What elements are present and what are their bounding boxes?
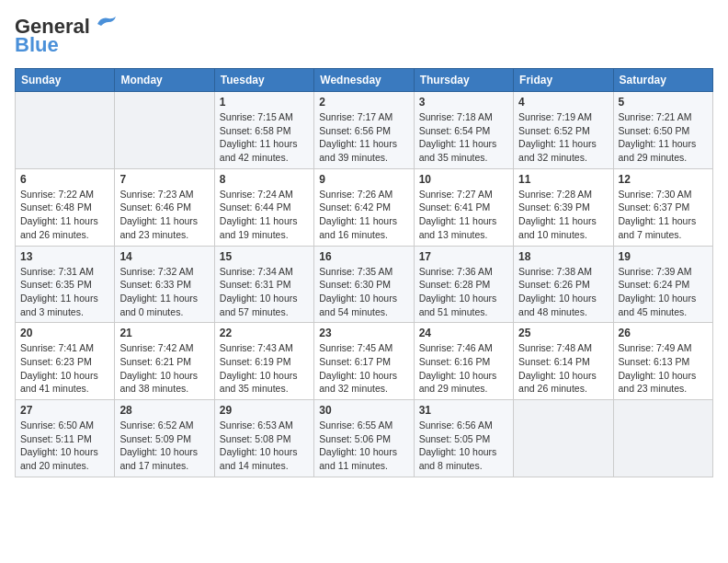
day-detail: Sunrise: 6:52 AM Sunset: 5:09 PM Dayligh… bbox=[119, 419, 209, 473]
calendar-cell: 20Sunrise: 7:41 AM Sunset: 6:23 PM Dayli… bbox=[16, 323, 115, 400]
day-detail: Sunrise: 7:23 AM Sunset: 6:46 PM Dayligh… bbox=[119, 188, 209, 242]
calendar-cell: 17Sunrise: 7:36 AM Sunset: 6:28 PM Dayli… bbox=[414, 246, 513, 323]
day-detail: Sunrise: 7:24 AM Sunset: 6:44 PM Dayligh… bbox=[220, 188, 309, 242]
day-number: 17 bbox=[419, 250, 508, 263]
calendar-week-5: 27Sunrise: 6:50 AM Sunset: 5:11 PM Dayli… bbox=[16, 400, 713, 477]
calendar-cell: 27Sunrise: 6:50 AM Sunset: 5:11 PM Dayli… bbox=[16, 400, 115, 477]
day-number: 21 bbox=[119, 327, 209, 339]
day-detail: Sunrise: 6:55 AM Sunset: 5:06 PM Dayligh… bbox=[319, 419, 408, 473]
day-number: 7 bbox=[119, 173, 209, 186]
day-detail: Sunrise: 7:36 AM Sunset: 6:28 PM Dayligh… bbox=[419, 265, 508, 319]
calendar-cell bbox=[613, 400, 712, 477]
day-number: 26 bbox=[619, 327, 708, 339]
calendar-cell: 6Sunrise: 7:22 AM Sunset: 6:48 PM Daylig… bbox=[16, 168, 115, 246]
calendar-cell: 31Sunrise: 6:56 AM Sunset: 5:05 PM Dayli… bbox=[414, 400, 513, 477]
day-number: 19 bbox=[619, 250, 708, 263]
day-number: 31 bbox=[419, 404, 508, 417]
day-detail: Sunrise: 6:56 AM Sunset: 5:05 PM Dayligh… bbox=[419, 419, 508, 473]
logo: General Blue bbox=[15, 15, 118, 57]
calendar-cell: 2Sunrise: 7:17 AM Sunset: 6:56 PM Daylig… bbox=[314, 92, 414, 169]
day-detail: Sunrise: 6:50 AM Sunset: 5:11 PM Dayligh… bbox=[20, 419, 109, 473]
column-header-tuesday: Tuesday bbox=[214, 69, 313, 92]
day-detail: Sunrise: 7:18 AM Sunset: 6:54 PM Dayligh… bbox=[419, 110, 508, 165]
calendar-cell: 15Sunrise: 7:34 AM Sunset: 6:31 PM Dayli… bbox=[214, 246, 313, 323]
day-number: 24 bbox=[419, 327, 508, 339]
calendar-cell: 3Sunrise: 7:18 AM Sunset: 6:54 PM Daylig… bbox=[414, 92, 513, 169]
calendar-cell: 28Sunrise: 6:52 AM Sunset: 5:09 PM Dayli… bbox=[115, 400, 214, 477]
day-number: 5 bbox=[619, 96, 708, 109]
day-number: 11 bbox=[518, 173, 608, 186]
calendar-cell: 18Sunrise: 7:38 AM Sunset: 6:26 PM Dayli… bbox=[514, 246, 613, 323]
day-number: 9 bbox=[319, 173, 408, 186]
day-number: 22 bbox=[220, 327, 309, 339]
day-detail: Sunrise: 7:15 AM Sunset: 6:58 PM Dayligh… bbox=[220, 110, 309, 165]
calendar-week-1: 1Sunrise: 7:15 AM Sunset: 6:58 PM Daylig… bbox=[16, 92, 713, 169]
day-detail: Sunrise: 7:21 AM Sunset: 6:50 PM Dayligh… bbox=[619, 110, 708, 165]
day-detail: Sunrise: 7:48 AM Sunset: 6:14 PM Dayligh… bbox=[518, 341, 608, 396]
day-detail: Sunrise: 6:53 AM Sunset: 5:08 PM Dayligh… bbox=[220, 419, 309, 473]
calendar-body: 1Sunrise: 7:15 AM Sunset: 6:58 PM Daylig… bbox=[16, 92, 713, 477]
day-detail: Sunrise: 7:32 AM Sunset: 6:33 PM Dayligh… bbox=[119, 265, 209, 319]
day-detail: Sunrise: 7:30 AM Sunset: 6:37 PM Dayligh… bbox=[619, 188, 708, 242]
calendar-cell: 4Sunrise: 7:19 AM Sunset: 6:52 PM Daylig… bbox=[514, 92, 613, 169]
calendar-cell: 10Sunrise: 7:27 AM Sunset: 6:41 PM Dayli… bbox=[414, 168, 513, 246]
day-number: 23 bbox=[319, 327, 408, 339]
logo-bird-icon bbox=[92, 15, 118, 31]
calendar-cell bbox=[115, 92, 214, 169]
calendar-cell: 23Sunrise: 7:45 AM Sunset: 6:17 PM Dayli… bbox=[314, 323, 414, 400]
calendar-cell: 30Sunrise: 6:55 AM Sunset: 5:06 PM Dayli… bbox=[314, 400, 414, 477]
day-detail: Sunrise: 7:34 AM Sunset: 6:31 PM Dayligh… bbox=[220, 265, 309, 319]
calendar-cell: 1Sunrise: 7:15 AM Sunset: 6:58 PM Daylig… bbox=[214, 92, 313, 169]
day-number: 1 bbox=[220, 96, 309, 109]
day-number: 28 bbox=[119, 404, 209, 417]
calendar-cell: 25Sunrise: 7:48 AM Sunset: 6:14 PM Dayli… bbox=[514, 323, 613, 400]
day-number: 25 bbox=[518, 327, 608, 339]
day-detail: Sunrise: 7:19 AM Sunset: 6:52 PM Dayligh… bbox=[518, 110, 608, 165]
calendar-cell: 13Sunrise: 7:31 AM Sunset: 6:35 PM Dayli… bbox=[16, 246, 115, 323]
calendar-cell: 16Sunrise: 7:35 AM Sunset: 6:30 PM Dayli… bbox=[314, 246, 414, 323]
calendar-cell: 8Sunrise: 7:24 AM Sunset: 6:44 PM Daylig… bbox=[214, 168, 313, 246]
day-detail: Sunrise: 7:49 AM Sunset: 6:13 PM Dayligh… bbox=[619, 341, 708, 396]
day-detail: Sunrise: 7:43 AM Sunset: 6:19 PM Dayligh… bbox=[220, 341, 309, 396]
day-number: 27 bbox=[20, 404, 109, 417]
calendar-cell: 11Sunrise: 7:28 AM Sunset: 6:39 PM Dayli… bbox=[514, 168, 613, 246]
calendar-cell: 29Sunrise: 6:53 AM Sunset: 5:08 PM Dayli… bbox=[214, 400, 313, 477]
calendar-week-4: 20Sunrise: 7:41 AM Sunset: 6:23 PM Dayli… bbox=[16, 323, 713, 400]
day-number: 12 bbox=[619, 173, 708, 186]
day-number: 18 bbox=[518, 250, 608, 263]
day-number: 2 bbox=[319, 96, 408, 109]
calendar-cell: 7Sunrise: 7:23 AM Sunset: 6:46 PM Daylig… bbox=[115, 168, 214, 246]
calendar-cell: 5Sunrise: 7:21 AM Sunset: 6:50 PM Daylig… bbox=[613, 92, 712, 169]
day-detail: Sunrise: 7:26 AM Sunset: 6:42 PM Dayligh… bbox=[319, 188, 408, 242]
calendar-cell: 21Sunrise: 7:42 AM Sunset: 6:21 PM Dayli… bbox=[115, 323, 214, 400]
day-detail: Sunrise: 7:38 AM Sunset: 6:26 PM Dayligh… bbox=[518, 265, 608, 319]
day-detail: Sunrise: 7:39 AM Sunset: 6:24 PM Dayligh… bbox=[619, 265, 708, 319]
day-detail: Sunrise: 7:27 AM Sunset: 6:41 PM Dayligh… bbox=[419, 188, 508, 242]
column-header-monday: Monday bbox=[115, 69, 214, 92]
day-detail: Sunrise: 7:45 AM Sunset: 6:17 PM Dayligh… bbox=[319, 341, 408, 396]
page-header: General Blue bbox=[15, 15, 713, 57]
day-number: 13 bbox=[20, 250, 109, 263]
day-number: 6 bbox=[20, 173, 109, 186]
calendar-week-3: 13Sunrise: 7:31 AM Sunset: 6:35 PM Dayli… bbox=[16, 246, 713, 323]
calendar-cell bbox=[514, 400, 613, 477]
calendar-header-row: SundayMondayTuesdayWednesdayThursdayFrid… bbox=[16, 69, 713, 92]
column-header-friday: Friday bbox=[514, 69, 613, 92]
day-detail: Sunrise: 7:22 AM Sunset: 6:48 PM Dayligh… bbox=[20, 188, 109, 242]
day-detail: Sunrise: 7:17 AM Sunset: 6:56 PM Dayligh… bbox=[319, 110, 408, 165]
day-detail: Sunrise: 7:46 AM Sunset: 6:16 PM Dayligh… bbox=[419, 341, 508, 396]
day-detail: Sunrise: 7:41 AM Sunset: 6:23 PM Dayligh… bbox=[20, 341, 109, 396]
calendar-cell bbox=[16, 92, 115, 169]
day-number: 10 bbox=[419, 173, 508, 186]
day-number: 16 bbox=[319, 250, 408, 263]
calendar-table: SundayMondayTuesdayWednesdayThursdayFrid… bbox=[15, 68, 713, 477]
calendar-cell: 26Sunrise: 7:49 AM Sunset: 6:13 PM Dayli… bbox=[613, 323, 712, 400]
calendar-cell: 24Sunrise: 7:46 AM Sunset: 6:16 PM Dayli… bbox=[414, 323, 513, 400]
column-header-sunday: Sunday bbox=[16, 69, 115, 92]
calendar-cell: 19Sunrise: 7:39 AM Sunset: 6:24 PM Dayli… bbox=[613, 246, 712, 323]
day-number: 14 bbox=[119, 250, 209, 263]
calendar-week-2: 6Sunrise: 7:22 AM Sunset: 6:48 PM Daylig… bbox=[16, 168, 713, 246]
calendar-cell: 22Sunrise: 7:43 AM Sunset: 6:19 PM Dayli… bbox=[214, 323, 313, 400]
column-header-saturday: Saturday bbox=[613, 69, 712, 92]
day-detail: Sunrise: 7:42 AM Sunset: 6:21 PM Dayligh… bbox=[119, 341, 209, 396]
